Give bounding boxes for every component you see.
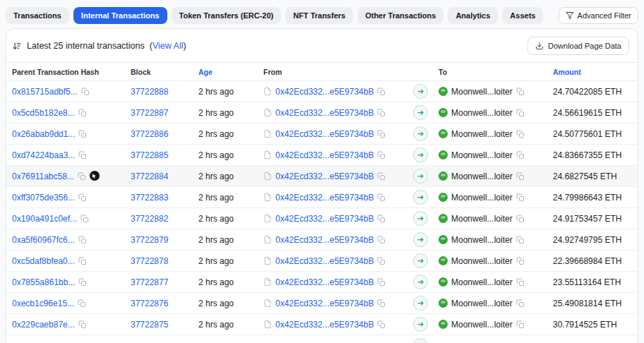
block-link[interactable]: 37722887 bbox=[131, 108, 168, 118]
parent-tx-hash-link[interactable]: 0xa5f60967fc6... bbox=[12, 235, 75, 245]
to-address-label[interactable]: Moonwell...loiter bbox=[451, 320, 513, 330]
copy-icon[interactable] bbox=[78, 172, 86, 181]
to-address-label[interactable]: Moonwell...loiter bbox=[451, 129, 513, 139]
tab-other-transactions[interactable]: Other Transactions bbox=[357, 7, 443, 24]
copy-icon[interactable] bbox=[516, 236, 525, 244]
tab-internal-transactions[interactable]: Internal Transactions bbox=[73, 7, 167, 24]
from-address-link[interactable]: 0x42Ecd332...e5E9734bB bbox=[275, 299, 374, 308]
block-link[interactable]: 37722882 bbox=[131, 214, 168, 224]
parent-tx-hash-link[interactable]: 0x76911abc58... bbox=[12, 172, 74, 181]
copy-icon[interactable] bbox=[516, 299, 525, 308]
parent-tx-hash-link[interactable]: 0x190a491c0ef... bbox=[12, 214, 77, 224]
from-address-link[interactable]: 0x42Ecd332...e5E9734bB bbox=[275, 129, 374, 139]
block-link[interactable]: 37722885 bbox=[131, 150, 168, 160]
copy-icon[interactable] bbox=[377, 215, 386, 223]
parent-tx-hash-link[interactable]: 0x229caeb87e... bbox=[12, 320, 75, 330]
block-link[interactable]: 37722886 bbox=[131, 129, 168, 139]
to-address-label[interactable]: Moonwell...loiter bbox=[451, 256, 513, 266]
copy-icon[interactable] bbox=[516, 320, 525, 329]
to-address-label[interactable]: Moonwell...loiter bbox=[451, 277, 513, 287]
copy-icon[interactable] bbox=[516, 130, 525, 138]
copy-icon[interactable] bbox=[78, 278, 87, 287]
block-link[interactable]: 37722877 bbox=[131, 277, 168, 287]
parent-tx-hash-link[interactable]: 0xecb1c96e15... bbox=[12, 299, 74, 308]
copy-icon[interactable] bbox=[516, 278, 525, 287]
from-address-link[interactable]: 0x42Ecd332...e5E9734bB bbox=[275, 108, 374, 118]
block-link[interactable]: 37722888 bbox=[131, 87, 168, 97]
copy-icon[interactable] bbox=[78, 151, 87, 160]
copy-icon[interactable] bbox=[516, 109, 525, 117]
copy-icon[interactable] bbox=[78, 193, 87, 202]
copy-icon[interactable] bbox=[78, 236, 87, 244]
to-address-label[interactable]: Moonwell...loiter bbox=[451, 299, 513, 308]
parent-tx-hash-link[interactable]: 0x7855a861bb... bbox=[12, 277, 75, 287]
arrow-right-icon: ➔ bbox=[413, 105, 428, 120]
to-address-label[interactable]: Moonwell...loiter bbox=[451, 235, 513, 245]
to-address-label[interactable]: Moonwell...loiter bbox=[451, 193, 513, 203]
copy-icon[interactable] bbox=[516, 151, 525, 160]
copy-icon[interactable] bbox=[377, 193, 386, 202]
from-address-link[interactable]: 0x42Ecd332...e5E9734bB bbox=[275, 320, 374, 330]
from-address-link[interactable]: 0x42Ecd332...e5E9734bB bbox=[275, 87, 374, 97]
copy-icon[interactable] bbox=[78, 299, 86, 308]
from-address-link[interactable]: 0x42Ecd332...e5E9734bB bbox=[275, 235, 374, 245]
copy-icon[interactable] bbox=[377, 172, 386, 181]
copy-icon[interactable] bbox=[516, 257, 525, 265]
copy-icon[interactable] bbox=[78, 320, 87, 329]
block-link[interactable]: 37722879 bbox=[131, 235, 168, 245]
from-address-link[interactable]: 0x42Ecd332...e5E9734bB bbox=[275, 193, 374, 203]
view-all-link[interactable]: View All bbox=[153, 41, 184, 51]
copy-icon[interactable] bbox=[516, 88, 525, 96]
parent-tx-hash-link[interactable]: 0xff3075de356... bbox=[12, 193, 75, 203]
copy-icon[interactable] bbox=[377, 257, 386, 265]
copy-icon[interactable] bbox=[377, 130, 386, 138]
copy-icon[interactable] bbox=[516, 193, 525, 202]
from-address-link[interactable]: 0x42Ecd332...e5E9734bB bbox=[275, 150, 374, 160]
parent-tx-hash-link[interactable]: 0x5cd5b182e8... bbox=[12, 108, 75, 118]
column-header-block: Block bbox=[131, 68, 198, 76]
tab-nft-transfers[interactable]: NFT Transfers bbox=[285, 7, 353, 24]
to-address-label[interactable]: Moonwell...loiter bbox=[451, 150, 513, 160]
from-address-link[interactable]: 0x42Ecd332...e5E9734bB bbox=[275, 214, 374, 224]
copy-icon[interactable] bbox=[377, 88, 386, 96]
copy-icon[interactable] bbox=[377, 151, 386, 160]
block-link[interactable]: 37722875 bbox=[131, 320, 168, 330]
download-page-data-button[interactable]: Download Page Data bbox=[527, 37, 629, 55]
block-link[interactable]: 37722884 bbox=[131, 172, 168, 181]
parent-tx-hash-link[interactable]: 0xd74224baa3... bbox=[12, 150, 75, 160]
copy-icon[interactable] bbox=[78, 109, 87, 117]
copy-icon[interactable] bbox=[78, 257, 87, 265]
contract-doc-icon bbox=[263, 129, 272, 138]
to-address-label[interactable]: Moonwell...loiter bbox=[451, 87, 513, 97]
column-header-age[interactable]: Age bbox=[198, 68, 263, 76]
copy-icon[interactable] bbox=[377, 236, 386, 244]
copy-icon[interactable] bbox=[81, 88, 90, 96]
to-address-label[interactable]: Moonwell...loiter bbox=[451, 214, 513, 224]
copy-icon[interactable] bbox=[377, 299, 386, 308]
copy-icon[interactable] bbox=[516, 215, 525, 223]
parent-tx-hash-link[interactable]: 0xc5daf8bfea0... bbox=[12, 256, 75, 266]
tab-token-transfers-erc-20[interactable]: Token Transfers (ERC-20) bbox=[172, 7, 282, 24]
parent-tx-hash-link[interactable]: 0x815715adbf5... bbox=[12, 87, 78, 97]
copy-icon[interactable] bbox=[377, 320, 386, 329]
tab-transactions[interactable]: Transactions bbox=[6, 7, 69, 24]
from-address-link[interactable]: 0x42Ecd332...e5E9734bB bbox=[275, 172, 374, 181]
column-header-amount[interactable]: Amount bbox=[553, 68, 638, 76]
to-address-label[interactable]: Moonwell...loiter bbox=[451, 108, 513, 118]
block-link[interactable]: 37722878 bbox=[131, 256, 168, 266]
from-address-link[interactable]: 0x42Ecd332...e5E9734bB bbox=[275, 277, 374, 287]
copy-icon[interactable] bbox=[516, 172, 525, 181]
tab-analytics[interactable]: Analytics bbox=[448, 7, 498, 24]
parent-tx-hash-link[interactable]: 0x26abab9dd1... bbox=[12, 129, 75, 139]
copy-icon[interactable] bbox=[78, 130, 87, 138]
copy-icon[interactable] bbox=[377, 109, 386, 117]
block-link[interactable]: 37722883 bbox=[131, 193, 168, 203]
copy-icon[interactable] bbox=[377, 278, 386, 287]
block-link[interactable]: 37722876 bbox=[131, 299, 168, 308]
copy-icon[interactable] bbox=[80, 215, 89, 223]
age-text: 2 hrs ago bbox=[198, 214, 234, 224]
advanced-filter-button[interactable]: Advanced Filter bbox=[559, 7, 638, 24]
tab-assets[interactable]: Assets bbox=[502, 7, 543, 24]
to-address-label[interactable]: Moonwell...loiter bbox=[451, 172, 513, 181]
from-address-link[interactable]: 0x42Ecd332...e5E9734bB bbox=[275, 256, 374, 266]
